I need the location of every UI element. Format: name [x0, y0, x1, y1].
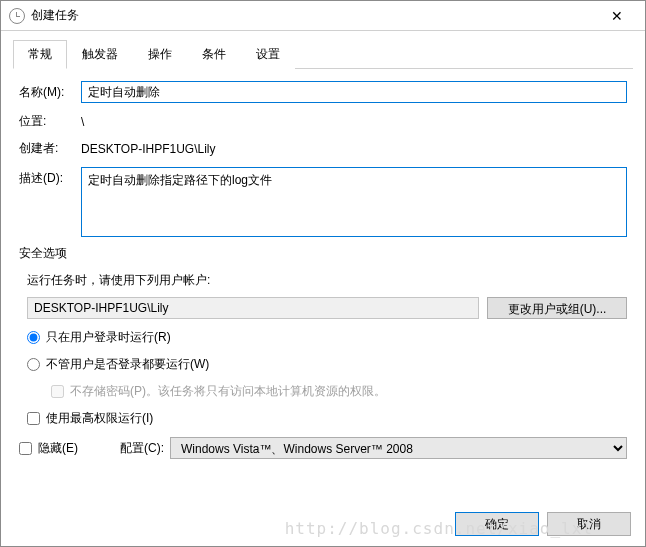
location-label: 位置: — [19, 113, 81, 130]
config-select[interactable]: Windows Vista™、Windows Server™ 2008 — [170, 437, 627, 459]
tab-body-general: 名称(M): 位置: \ 创建者: DESKTOP-IHPF1UG\Lily 描… — [13, 69, 633, 463]
change-user-button[interactable]: 更改用户或组(U)... — [487, 297, 627, 319]
highest-privileges-label: 使用最高权限运行(I) — [46, 410, 153, 427]
tab-conditions[interactable]: 条件 — [187, 40, 241, 69]
content-area: 常规 触发器 操作 条件 设置 名称(M): 位置: \ 创建者: DESKTO… — [1, 31, 645, 463]
author-value: DESKTOP-IHPF1UG\Lily — [81, 142, 627, 156]
radio-any-user-label: 不管用户是否登录都要运行(W) — [46, 356, 209, 373]
tab-actions[interactable]: 操作 — [133, 40, 187, 69]
no-store-password-checkbox — [51, 385, 64, 398]
tab-general[interactable]: 常规 — [13, 40, 67, 69]
name-input[interactable] — [81, 81, 627, 103]
author-label: 创建者: — [19, 140, 81, 157]
highest-privileges-checkbox[interactable] — [27, 412, 40, 425]
description-input[interactable] — [81, 167, 627, 237]
no-store-password-label: 不存储密码(P)。该任务将只有访问本地计算机资源的权限。 — [70, 383, 386, 400]
close-button[interactable]: ✕ — [597, 2, 637, 30]
tab-strip: 常规 触发器 操作 条件 设置 — [13, 39, 633, 69]
window-title: 创建任务 — [31, 7, 597, 24]
dialog-buttons: 确定 取消 — [455, 512, 631, 536]
run-as-label: 运行任务时，请使用下列用户帐户: — [27, 272, 627, 289]
description-label: 描述(D): — [19, 167, 81, 187]
user-account-field: DESKTOP-IHPF1UG\Lily — [27, 297, 479, 319]
cancel-button[interactable]: 取消 — [547, 512, 631, 536]
radio-logged-on[interactable] — [27, 331, 40, 344]
location-value: \ — [81, 115, 627, 129]
ok-button[interactable]: 确定 — [455, 512, 539, 536]
radio-logged-on-label: 只在用户登录时运行(R) — [46, 329, 171, 346]
create-task-window: 创建任务 ✕ 常规 触发器 操作 条件 设置 名称(M): 位置: \ 创建者:… — [0, 0, 646, 547]
titlebar: 创建任务 ✕ — [1, 1, 645, 31]
name-label: 名称(M): — [19, 84, 81, 101]
hidden-label: 隐藏(E) — [38, 440, 78, 457]
config-label: 配置(C): — [120, 440, 164, 457]
tab-settings[interactable]: 设置 — [241, 40, 295, 69]
radio-any-user[interactable] — [27, 358, 40, 371]
tab-triggers[interactable]: 触发器 — [67, 40, 133, 69]
security-section-label: 安全选项 — [19, 245, 627, 262]
clock-icon — [9, 8, 25, 24]
hidden-checkbox[interactable] — [19, 442, 32, 455]
